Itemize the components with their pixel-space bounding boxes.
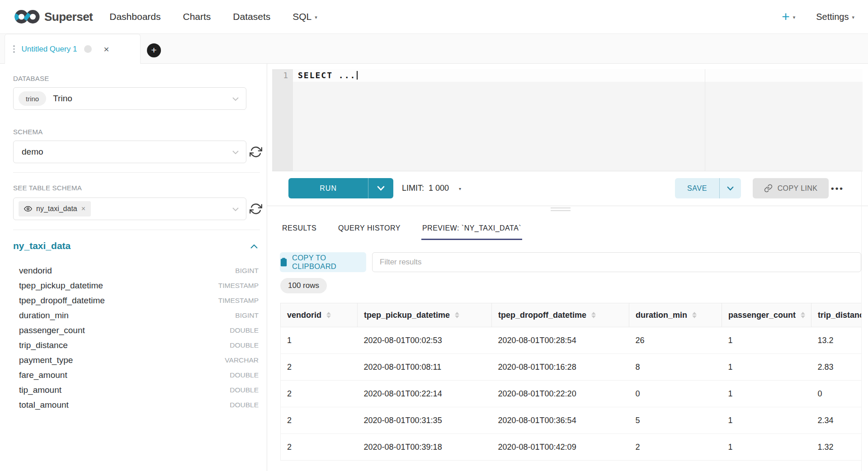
brand-name: Superset <box>44 10 93 24</box>
superset-sql-lab: Superset Dashboards Charts Datasets SQL … <box>0 0 868 471</box>
database-select[interactable]: trino Trino <box>13 87 246 110</box>
table-header-row: vendorid tpep_pickup_datetime tpep_dropo… <box>281 303 862 327</box>
sort-icon <box>801 312 805 318</box>
sql-lab-sidebar: DATABASE trino Trino SCHEMA demo SEE TAB… <box>5 64 267 471</box>
caret-down-icon: ▾ <box>852 14 854 20</box>
sql-editor-panel: 1 SELECT ... RUN LIMIT: 1 000 ▾ SAVE <box>267 64 868 471</box>
tab-preview-ny-taxi-data[interactable]: PREVIEW: `NY_TAXI_DATA` <box>421 206 522 240</box>
nav-menu: Dashboards Charts Datasets SQL ▾ <box>109 11 317 22</box>
preview-toolbar: COPY TO CLIPBOARD <box>280 252 861 272</box>
caret-down-icon: ▾ <box>459 186 461 191</box>
plus-icon: + <box>151 45 156 55</box>
settings-menu[interactable]: Settings ▾ <box>816 12 854 22</box>
scrollbar-track[interactable] <box>861 171 862 471</box>
table-schema-select[interactable]: ny_taxi_data × <box>13 198 246 220</box>
query-tabbar: Untitled Query 1 × + <box>0 34 868 64</box>
query-tab-active[interactable]: Untitled Query 1 × <box>5 34 141 64</box>
eye-icon <box>24 205 32 213</box>
column-header-vendorid[interactable]: vendorid <box>281 303 358 327</box>
see-table-schema-label: SEE TABLE SCHEMA <box>13 184 82 192</box>
column-header-pickup[interactable]: tpep_pickup_datetime <box>358 303 492 327</box>
nav-right: + ▾ Settings ▾ <box>782 10 854 24</box>
nav-charts[interactable]: Charts <box>183 11 211 22</box>
superset-infinity-icon <box>14 9 40 25</box>
table-row: 2 2020-08-01T00:39:18 2020-08-01T00:42:0… <box>281 434 862 461</box>
refresh-tables-icon[interactable] <box>250 203 262 215</box>
save-options-button[interactable] <box>719 178 741 198</box>
limit-value: 1 000 <box>429 184 449 193</box>
column-row: passenger_countDOUBLE <box>19 323 259 338</box>
table-row: 1 2020-08-01T00:02:53 2020-08-01T00:28:5… <box>281 327 862 354</box>
editor-toolbar: RUN LIMIT: 1 000 ▾ SAVE <box>267 171 868 206</box>
column-row: payment_typeVARCHAR <box>19 353 259 367</box>
database-label: DATABASE <box>13 75 49 82</box>
copy-to-clipboard-button[interactable]: COPY TO CLIPBOARD <box>280 252 366 272</box>
chevron-down-icon <box>232 151 239 155</box>
database-engine-pill: trino <box>19 91 46 106</box>
sort-icon <box>326 312 331 318</box>
refresh-schemas-icon[interactable] <box>250 146 262 158</box>
column-header-duration[interactable]: duration_min <box>629 303 722 327</box>
pane-resize-handle[interactable] <box>551 207 571 213</box>
tab-results[interactable]: RESULTS <box>281 206 317 240</box>
column-list: vendoridBIGINT tpep_pickup_datetimeTIMES… <box>19 263 259 412</box>
more-actions-button[interactable]: ••• <box>831 178 844 198</box>
filter-results-input[interactable] <box>372 252 861 272</box>
run-label[interactable]: RUN <box>288 178 368 198</box>
unsaved-indicator-dot <box>84 45 92 53</box>
editor-print-margin <box>705 69 705 171</box>
nav-dashboards[interactable]: Dashboards <box>109 11 160 22</box>
column-row: vendoridBIGINT <box>19 263 259 278</box>
sidebar-divider <box>13 230 260 230</box>
superset-logo[interactable]: Superset <box>14 9 93 25</box>
schema-select[interactable]: demo <box>13 141 246 163</box>
table-row: 2 2020-08-01T00:22:14 2020-08-01T00:22:2… <box>281 381 862 407</box>
remove-table-icon[interactable]: × <box>81 205 85 212</box>
link-icon <box>764 184 773 193</box>
chevron-down-icon <box>232 97 239 101</box>
preview-table-container: vendorid tpep_pickup_datetime tpep_dropo… <box>280 303 861 461</box>
column-row: tip_amountDOUBLE <box>19 382 259 397</box>
copy-link-label: COPY LINK <box>778 184 818 193</box>
close-tab-icon[interactable]: × <box>104 44 109 54</box>
column-row: tpep_pickup_datetimeTIMESTAMP <box>19 278 259 293</box>
column-header-passenger[interactable]: passenger_count <box>722 303 811 327</box>
sort-icon <box>692 312 697 318</box>
editor-gutter: 1 <box>272 69 293 171</box>
clipboard-icon <box>280 258 288 267</box>
column-header-dropoff[interactable]: tpep_dropoff_datetime <box>492 303 629 327</box>
tab-query-history[interactable]: QUERY HISTORY <box>337 206 401 240</box>
table-row: 2 2020-08-01T00:08:11 2020-08-01T00:16:2… <box>281 354 862 381</box>
drag-handle-icon[interactable] <box>13 45 15 53</box>
column-row: fare_amountDOUBLE <box>19 367 259 382</box>
add-tab-button[interactable]: + <box>147 43 161 57</box>
column-row: trip_distanceDOUBLE <box>19 338 259 353</box>
run-options-button[interactable] <box>368 178 393 198</box>
schema-label: SCHEMA <box>13 128 42 136</box>
top-navbar: Superset Dashboards Charts Datasets SQL … <box>0 0 868 34</box>
sql-code-editor[interactable]: 1 SELECT ... <box>272 69 863 171</box>
sort-icon <box>591 312 596 318</box>
editor-active-line <box>293 69 863 82</box>
text-cursor <box>357 71 358 80</box>
row-count-badge: 100 rows <box>280 278 327 293</box>
copy-link-button[interactable]: COPY LINK <box>753 178 829 198</box>
query-tab-label: Untitled Query 1 <box>22 45 77 54</box>
results-tabbar: RESULTS QUERY HISTORY PREVIEW: `NY_TAXI_… <box>281 206 522 240</box>
run-query-button[interactable]: RUN <box>288 178 393 198</box>
chevron-down-icon <box>232 207 239 212</box>
nav-sql-menu[interactable]: SQL ▾ <box>292 11 317 22</box>
save-query-button[interactable]: SAVE <box>675 178 741 198</box>
column-row: tpep_dropoff_datetimeTIMESTAMP <box>19 293 259 308</box>
sidebar-divider <box>13 172 260 173</box>
column-header-trip-distance[interactable]: trip_distance <box>811 303 862 327</box>
save-label[interactable]: SAVE <box>675 178 719 198</box>
caret-down-icon: ▾ <box>793 14 796 20</box>
collapse-table-icon[interactable] <box>250 244 258 249</box>
table-row: 2 2020-08-01T00:31:35 2020-08-01T00:36:5… <box>281 407 862 434</box>
column-row: total_amountDOUBLE <box>19 397 259 412</box>
new-item-menu[interactable]: + ▾ <box>782 10 795 24</box>
nav-datasets[interactable]: Datasets <box>233 11 270 22</box>
sql-code-line: SELECT ... <box>298 69 358 82</box>
limit-dropdown[interactable]: LIMIT: 1 000 ▾ <box>402 178 461 198</box>
